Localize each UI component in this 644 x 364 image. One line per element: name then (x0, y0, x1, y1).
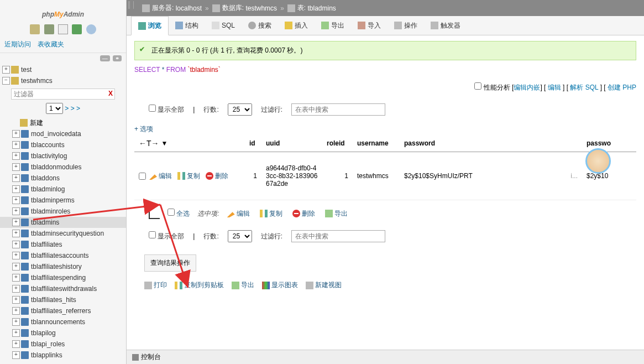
reload-icon[interactable] (86, 24, 96, 34)
filter-input[interactable] (291, 103, 385, 116)
tab-sql[interactable]: SQL (205, 16, 242, 35)
favorites-tab[interactable]: 表收藏夹 (38, 40, 64, 49)
table-label[interactable]: tblaffiliateshistory (31, 263, 82, 271)
clipboard-button[interactable]: 复制到剪贴板 (175, 280, 224, 290)
next-page[interactable]: > > > (65, 105, 80, 112)
cell-password[interactable]: $2y$10$SyHmUIz/PRTi... (400, 170, 582, 182)
view-button[interactable]: 新建视图 (306, 280, 342, 290)
table-label[interactable]: tblaffiliatesaccounts (31, 252, 89, 259)
expand-icon[interactable]: + (12, 318, 20, 326)
bulk-edit-button[interactable]: 编辑 (227, 209, 250, 219)
cell-username[interactable]: testwhmcs (353, 170, 400, 182)
table-label[interactable]: tblaccounts (31, 141, 65, 149)
expand-icon[interactable]: + (12, 163, 20, 171)
table-label[interactable]: mod_invoicedata (31, 130, 81, 138)
expand-icon[interactable]: + (2, 66, 10, 74)
expand-icon[interactable]: + (12, 207, 20, 215)
table-label[interactable]: tblaffiliates_hits (31, 296, 76, 304)
sql-icon[interactable] (58, 24, 68, 34)
table-label[interactable]: tblactivitylog (31, 152, 67, 160)
tab-structure[interactable]: 结构 (169, 16, 205, 35)
expand-icon[interactable]: + (12, 141, 20, 149)
table-node[interactable]: +tblaffiliates_referrers (0, 305, 126, 316)
tab-insert[interactable]: 插入 (278, 16, 315, 35)
expand-icon[interactable]: + (12, 130, 20, 138)
clear-icon[interactable]: X (108, 90, 113, 97)
expand-icon[interactable]: + (12, 274, 20, 282)
expand-icon[interactable]: + (12, 307, 20, 315)
edit-inline-link[interactable]: 编辑内嵌 (514, 84, 540, 91)
table-label[interactable]: tblaffiliateswithdrawals (31, 285, 97, 293)
edit-link[interactable]: 编辑 (548, 84, 561, 91)
table-label[interactable]: tbladminroles (31, 207, 70, 215)
selectall-checkbox[interactable] (167, 209, 175, 216)
cell-id[interactable]: 1 (245, 170, 261, 182)
page-select[interactable]: 1 (46, 103, 63, 114)
table-node[interactable]: +tblannouncements (0, 316, 126, 327)
db-label[interactable]: testwhmcs (21, 77, 53, 85)
col-id[interactable]: id (245, 137, 261, 149)
print-button[interactable]: 打印 (144, 280, 167, 290)
table-node[interactable]: +tblapilog (0, 327, 126, 339)
status-icon[interactable] (72, 24, 82, 34)
expand-icon[interactable]: + (12, 230, 20, 237)
expand-icon[interactable]: + (12, 329, 20, 337)
table-label[interactable]: tblaffiliates (31, 241, 62, 248)
db-link[interactable]: testwhmcs (245, 4, 277, 12)
expand-icon[interactable]: + (12, 219, 20, 226)
expand-icon[interactable]: + (12, 296, 20, 304)
sidebar-drag-handle[interactable] (128, 1, 134, 9)
db-node-testwhmcs[interactable]: − testwhmcs (0, 75, 126, 86)
tab-search[interactable]: 搜索 (242, 16, 278, 35)
avatar[interactable] (585, 148, 611, 174)
collapse-icon[interactable]: — (100, 55, 110, 61)
col-password2[interactable]: passwo (582, 137, 615, 149)
table-label[interactable]: tbladminsecurityquestion (31, 230, 104, 237)
table-label[interactable]: tblapi_roles (31, 340, 65, 348)
table-node[interactable]: +tbladminsecurityquestion (0, 228, 126, 239)
table-node[interactable]: +tbladminlog (0, 184, 126, 195)
col-username[interactable]: username (353, 137, 400, 149)
table-label[interactable]: tblapilog (31, 329, 56, 337)
perf-checkbox[interactable] (474, 82, 481, 90)
table-node[interactable]: +tbladdonmodules (0, 162, 126, 173)
sort-icon[interactable]: ▼ (161, 139, 168, 147)
table-label[interactable]: tbladdonmodules (31, 163, 81, 171)
table-label[interactable]: tbladminperms (31, 196, 75, 204)
expand-icon[interactable]: + (12, 174, 20, 182)
table-node[interactable]: +tblaffiliatespending (0, 272, 126, 283)
options-toggle[interactable]: + 选项 (134, 124, 636, 134)
table-label[interactable]: tbladdons (31, 174, 60, 182)
table-node[interactable]: +tbladdons (0, 173, 126, 184)
showall-checkbox[interactable] (149, 105, 156, 112)
link-icon[interactable]: ⚭ (113, 55, 122, 61)
edit-button[interactable]: 编辑 (149, 171, 172, 181)
table-label[interactable]: tbladmins (31, 219, 59, 226)
copy-button[interactable]: 复制 (177, 171, 200, 181)
table-node[interactable]: +mod_invoicedata (0, 128, 126, 139)
bulk-copy-button[interactable]: 复制 (260, 209, 282, 219)
table-label[interactable]: tblaffiliatespending (31, 274, 86, 282)
table-label[interactable]: tbladminlog (31, 185, 65, 193)
expand-icon[interactable]: + (12, 340, 20, 348)
expand-icon[interactable]: + (12, 196, 20, 204)
col-password[interactable]: password (400, 137, 582, 149)
expand-icon[interactable]: + (12, 185, 20, 193)
table-node[interactable]: +tblaffiliateswithdrawals (0, 283, 126, 294)
expand-icon[interactable]: + (12, 351, 20, 359)
table-node[interactable]: +tblapplinks (0, 350, 126, 361)
cell-uuid[interactable]: a9644d78-dfb0-43cc-8b32-18390667a2de (261, 162, 322, 190)
home-icon[interactable] (30, 24, 40, 34)
expand-icon[interactable]: + (12, 241, 20, 248)
table-node[interactable]: +tblactivitylog (0, 150, 126, 162)
collapse-icon[interactable]: − (2, 77, 10, 85)
tab-browse[interactable]: 浏览 (131, 16, 169, 35)
rows-select[interactable]: 25 (228, 103, 252, 116)
table-label[interactable]: tblannouncements (31, 318, 85, 326)
db-node-test[interactable]: + test (0, 64, 126, 75)
col-uuid[interactable]: uuid (261, 137, 322, 149)
explain-link[interactable]: 解析 SQL (570, 84, 598, 91)
recent-tab[interactable]: 近期访问 (4, 40, 31, 49)
db-label[interactable]: test (21, 66, 32, 74)
table-node[interactable]: +tblaffiliates (0, 239, 126, 250)
